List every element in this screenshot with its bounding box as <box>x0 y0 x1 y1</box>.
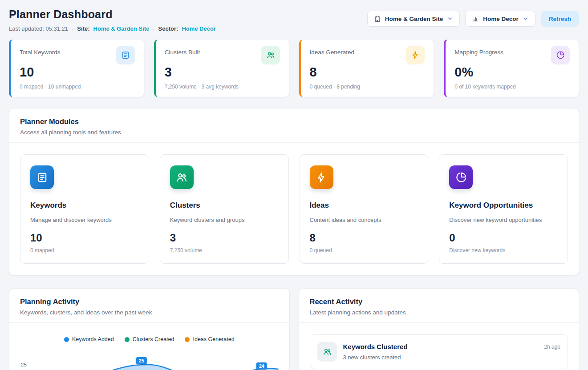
legend-dot <box>64 337 69 342</box>
panel-header: Planner Modules Access all planning tool… <box>9 109 579 143</box>
stat-label: Total Keywords <box>20 46 61 56</box>
planning-activity-chart: Keywords Added Clusters Created Ideas Ge… <box>9 323 289 370</box>
panel-title: Planning Activity <box>20 298 279 306</box>
stat-label: Mapping Progress <box>454 46 503 56</box>
legend-label: Keywords Added <box>72 336 114 342</box>
stat-card-mapping-progress: Mapping Progress 0% 0 of 10 keywords map… <box>444 39 579 97</box>
meta-separator: · <box>153 25 154 32</box>
stat-label: Ideas Generated <box>310 46 355 56</box>
page-header: Planner Dashboard Last updated: 05:31:21… <box>9 8 579 32</box>
legend-dot <box>125 337 130 342</box>
stat-caption: 0 of 10 keywords mapped <box>454 84 570 90</box>
stat-card-ideas-generated: Ideas Generated 8 0 queued · 8 pending <box>299 39 434 97</box>
lightning-icon <box>310 165 333 189</box>
panel-subtitle: Latest planning actions and updates <box>310 309 568 316</box>
chart-area: 25 25 24 <box>20 353 279 370</box>
panel-subtitle: Keywords, clusters, and ideas over the p… <box>20 309 279 316</box>
chart-legend: Keywords Added Clusters Created Ideas Ge… <box>20 336 279 342</box>
module-card-ideas[interactable]: Ideas Content ideas and concepts 8 0 que… <box>300 154 429 264</box>
stat-caption: 0 mapped · 10 unmapped <box>20 84 135 90</box>
stat-value: 3 <box>165 65 280 80</box>
module-value: 0 <box>449 232 558 244</box>
module-title: Keyword Opportunities <box>449 201 558 210</box>
site-link[interactable]: Home & Garden Site <box>93 25 150 32</box>
users-icon <box>317 342 337 362</box>
meta-separator: · <box>72 25 73 32</box>
building-icon <box>374 15 381 22</box>
sector-link[interactable]: Home Decor <box>182 25 216 32</box>
stat-value: 8 <box>310 65 425 80</box>
header-controls: Home & Garden Site Home Decor Refresh <box>367 11 579 27</box>
bottom-row: Planning Activity Keywords, clusters, an… <box>9 288 579 370</box>
stat-caption: 0 queued · 8 pending <box>310 84 425 90</box>
stat-value: 0% <box>454 65 570 80</box>
module-caption: 7,250 volume <box>170 247 279 253</box>
site-label: Site: <box>77 25 89 32</box>
site-selector[interactable]: Home & Garden Site <box>367 11 460 27</box>
stat-card-top: Ideas Generated <box>310 46 425 64</box>
legend-label: Ideas Generated <box>193 336 234 342</box>
users-icon <box>261 46 280 64</box>
activity-item-keywords-clustered[interactable]: Keywords Clustered 3 new clusters create… <box>310 334 568 369</box>
refresh-button[interactable]: Refresh <box>541 11 579 27</box>
document-icon <box>116 46 135 64</box>
module-value: 10 <box>30 232 139 244</box>
module-caption: Discover new keywords <box>449 247 558 253</box>
legend-item-ideas-generated: Ideas Generated <box>185 336 234 342</box>
legend-item-clusters-created: Clusters Created <box>125 336 174 342</box>
stat-card-clusters-built: Clusters Built 3 7,250 volume · 3 avg ke… <box>154 39 289 97</box>
stat-card-total-keywords: Total Keywords 10 0 mapped · 10 unmapped <box>9 39 144 97</box>
module-description: Content ideas and concepts <box>310 217 418 223</box>
users-icon <box>170 165 194 189</box>
recent-activity-panel: Recent Activity Latest planning actions … <box>299 288 580 370</box>
module-value: 3 <box>170 232 279 244</box>
stat-card-top: Clusters Built <box>165 46 280 64</box>
stat-label: Clusters Built <box>165 46 200 56</box>
header-left: Planner Dashboard Last updated: 05:31:21… <box>9 8 216 32</box>
data-point-label: 25 <box>136 357 147 364</box>
site-selector-label: Home & Garden Site <box>385 16 443 22</box>
y-axis-tick: 25 <box>21 362 27 367</box>
panel-title: Recent Activity <box>310 298 568 306</box>
planning-activity-panel: Planning Activity Keywords, clusters, an… <box>9 288 290 370</box>
panel-title: Planner Modules <box>20 117 568 126</box>
legend-item-keywords-added: Keywords Added <box>64 336 114 342</box>
modules-grid: Keywords Manage and discover keywords 10… <box>9 143 579 275</box>
module-title: Clusters <box>170 201 279 210</box>
panel-header: Planning Activity Keywords, clusters, an… <box>9 289 289 323</box>
module-title: Keywords <box>30 201 139 210</box>
legend-dot <box>185 337 190 342</box>
stats-row: Total Keywords 10 0 mapped · 10 unmapped… <box>9 39 579 97</box>
module-description: Manage and discover keywords <box>30 217 139 223</box>
sector-selector[interactable]: Home Decor <box>465 11 535 27</box>
bar-chart-icon <box>472 15 479 22</box>
stat-card-top: Total Keywords <box>20 46 135 64</box>
page-title: Planner Dashboard <box>9 8 216 21</box>
planner-dashboard-page: Planner Dashboard Last updated: 05:31:21… <box>0 0 588 370</box>
module-value: 8 <box>310 232 418 244</box>
sector-selector-label: Home Decor <box>483 16 519 22</box>
recent-activity-list: Keywords Clustered 3 new clusters create… <box>299 323 579 370</box>
module-card-keyword-opportunities[interactable]: Keyword Opportunities Discover new keywo… <box>439 154 568 264</box>
panel-header: Recent Activity Latest planning actions … <box>299 289 579 323</box>
chevron-down-icon <box>447 16 453 22</box>
activity-text: Keywords Clustered 3 new clusters create… <box>343 342 408 361</box>
activity-timestamp: 2h ago <box>544 342 560 350</box>
pie-chart-icon <box>551 46 570 64</box>
panel-subtitle: Access all planning tools and features <box>20 129 568 136</box>
module-description: Keyword clusters and groups <box>170 217 279 223</box>
module-caption: 0 queued <box>310 247 418 253</box>
last-updated: Last updated: 05:31:21 <box>9 25 68 32</box>
planner-modules-panel: Planner Modules Access all planning tool… <box>9 108 579 276</box>
stat-value: 10 <box>20 65 135 80</box>
area-series-keywords-added <box>33 353 279 370</box>
chevron-down-icon <box>523 16 529 22</box>
module-card-clusters[interactable]: Clusters Keyword clusters and groups 3 7… <box>160 154 289 264</box>
stat-caption: 7,250 volume · 3 avg keywords <box>165 84 280 90</box>
module-caption: 0 mapped <box>30 247 139 253</box>
sector-label: Sector: <box>158 25 178 32</box>
pie-chart-icon <box>449 165 473 189</box>
module-description: Discover new keyword opportunities <box>449 217 558 223</box>
module-card-keywords[interactable]: Keywords Manage and discover keywords 10… <box>20 154 149 264</box>
page-meta: Last updated: 05:31:21 · Site: Home & Ga… <box>9 25 216 32</box>
